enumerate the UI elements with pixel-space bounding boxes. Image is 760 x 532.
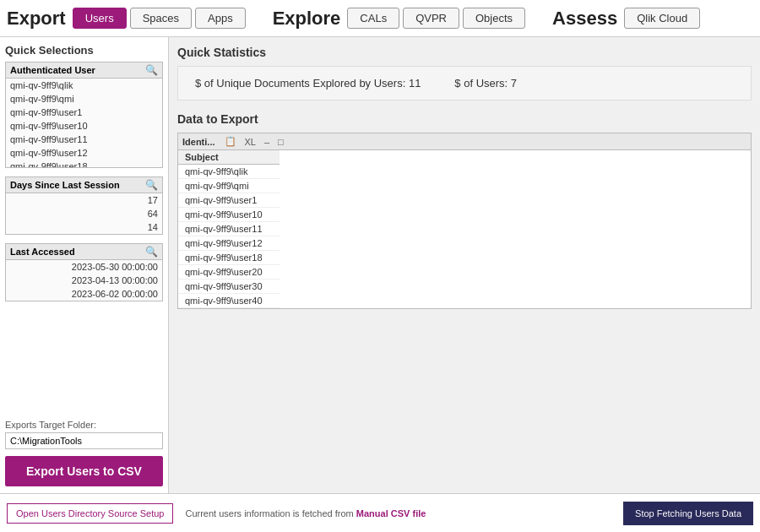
- open-users-directory-btn[interactable]: Open Users Directory Source Setup: [7, 503, 173, 524]
- table-row[interactable]: qmi-qv-9ff9\user18: [178, 251, 280, 265]
- table-column-label: Identi...: [182, 137, 215, 147]
- last-accessed-header: Last Accessed 🔍: [6, 244, 162, 260]
- last-accessed-list: 2023-05-30 00:00:00 2023-04-13 00:00:00 …: [6, 260, 162, 301]
- bottom-status: Current users information is fetched fro…: [185, 508, 623, 518]
- quick-stats-box: $ of Unique Documents Explored by Users:…: [177, 66, 752, 100]
- status-text-prefix: Current users information is fetched fro…: [185, 508, 353, 518]
- csv-link[interactable]: Manual CSV file: [356, 508, 426, 518]
- tab-cals[interactable]: CALs: [347, 8, 399, 29]
- authenticated-user-label: Authenticated User: [10, 65, 95, 75]
- days-since-list: 17 64 14: [6, 193, 162, 234]
- table-row[interactable]: qmi-qv-9ff9\user12: [178, 236, 280, 251]
- explore-tabs: CALs QVPR Objects: [347, 8, 525, 29]
- list-item[interactable]: 2023-05-30 00:00:00: [6, 260, 162, 274]
- tab-qlik-cloud[interactable]: Qlik Cloud: [624, 8, 700, 29]
- stop-fetching-btn[interactable]: Stop Fetching Users Data: [623, 502, 753, 525]
- stat-unique-docs: $ of Unique Documents Explored by Users:…: [195, 77, 421, 90]
- data-export-title: Data to Export: [177, 112, 752, 126]
- authenticated-user-box: Authenticated User 🔍 qmi-qv-9ff9\qlik qm…: [5, 62, 163, 168]
- list-item[interactable]: qmi-qv-9ff9\qmi: [6, 92, 162, 106]
- table-row[interactable]: qmi-qv-9ff9\qlik: [178, 165, 280, 179]
- tab-apps[interactable]: Apps: [195, 8, 246, 29]
- data-export-table-container: Identi... 📋 XL – □ Subject qmi-qv-9ff9\q…: [177, 133, 752, 309]
- days-since-box: Days Since Last Session 🔍 17 64 14: [5, 176, 163, 235]
- expand-icon[interactable]: □: [275, 136, 286, 148]
- table-row[interactable]: qmi-qv-9ff9\user30: [178, 280, 280, 294]
- list-item[interactable]: 14: [6, 220, 162, 234]
- tab-users[interactable]: Users: [73, 8, 127, 29]
- authenticated-user-header: Authenticated User 🔍: [6, 62, 162, 79]
- copy-icon[interactable]: 📋: [222, 135, 239, 148]
- table-row[interactable]: qmi-qv-9ff9\qmi: [178, 179, 280, 193]
- list-item[interactable]: 17: [6, 193, 162, 207]
- right-panel: Quick Statistics $ of Unique Documents E…: [169, 37, 760, 493]
- main-content: Quick Selections Authenticated User 🔍 qm…: [0, 37, 760, 493]
- top-navigation: Export Users Spaces Apps Explore CALs QV…: [0, 0, 760, 37]
- list-item[interactable]: 2023-06-02 00:00:00: [6, 287, 162, 301]
- table-row[interactable]: qmi-qv-9ff9\user40: [178, 294, 280, 308]
- table-row[interactable]: qmi-qv-9ff9\user11: [178, 222, 280, 236]
- list-item[interactable]: 64: [6, 207, 162, 220]
- days-since-label: Days Since Last Session: [10, 180, 120, 190]
- table-row[interactable]: qmi-qv-9ff9\user10: [178, 208, 280, 222]
- list-item[interactable]: qmi-qv-9ff9\qlik: [6, 79, 162, 92]
- tab-objects[interactable]: Objects: [463, 8, 525, 29]
- quick-selections-title: Quick Selections: [5, 44, 163, 57]
- stat-users: $ of Users: 7: [454, 77, 517, 90]
- explore-label: Explore: [273, 8, 341, 30]
- export-users-btn[interactable]: Export Users to CSV: [5, 456, 163, 486]
- search-icon[interactable]: 🔍: [145, 64, 158, 76]
- quick-stats-title: Quick Statistics: [177, 46, 752, 59]
- list-item[interactable]: qmi-qv-9ff9\user10: [6, 119, 162, 133]
- minimize-icon[interactable]: –: [262, 136, 272, 148]
- last-accessed-box: Last Accessed 🔍 2023-05-30 00:00:00 2023…: [5, 243, 163, 301]
- list-item[interactable]: qmi-qv-9ff9\user1: [6, 106, 162, 119]
- bottom-bar: Open Users Directory Source Setup Curren…: [0, 493, 760, 532]
- data-table: Subject qmi-qv-9ff9\qlikqmi-qv-9ff9\qmiq…: [178, 150, 280, 308]
- list-item[interactable]: qmi-qv-9ff9\user12: [6, 146, 162, 160]
- search-icon[interactable]: 🔍: [145, 246, 158, 258]
- table-row[interactable]: qmi-qv-9ff9\user20: [178, 265, 280, 280]
- days-since-header: Days Since Last Session 🔍: [6, 177, 162, 193]
- export-label: Export: [7, 8, 66, 30]
- list-item[interactable]: qmi-qv-9ff9\user18: [6, 160, 162, 167]
- assess-tabs: Qlik Cloud: [624, 8, 700, 29]
- export-tabs: Users Spaces Apps: [73, 8, 246, 29]
- search-icon[interactable]: 🔍: [145, 179, 158, 191]
- tab-spaces[interactable]: Spaces: [130, 8, 192, 29]
- target-folder-input[interactable]: [5, 432, 163, 449]
- assess-label: Assess: [552, 8, 617, 30]
- authenticated-user-list: qmi-qv-9ff9\qlik qmi-qv-9ff9\qmi qmi-qv-…: [6, 79, 162, 167]
- left-panel: Quick Selections Authenticated User 🔍 qm…: [0, 37, 169, 493]
- excel-icon[interactable]: XL: [242, 136, 258, 148]
- list-item[interactable]: 2023-04-13 00:00:00: [6, 274, 162, 287]
- tab-qvpr[interactable]: QVPR: [403, 8, 459, 29]
- column-header-subject: Subject: [178, 150, 280, 165]
- table-row[interactable]: qmi-qv-9ff9\user1: [178, 193, 280, 208]
- list-item[interactable]: qmi-qv-9ff9\user11: [6, 133, 162, 146]
- last-accessed-label: Last Accessed: [10, 247, 75, 257]
- target-folder-label: Exports Target Folder:: [5, 420, 163, 430]
- table-toolbar: Identi... 📋 XL – □: [178, 133, 751, 150]
